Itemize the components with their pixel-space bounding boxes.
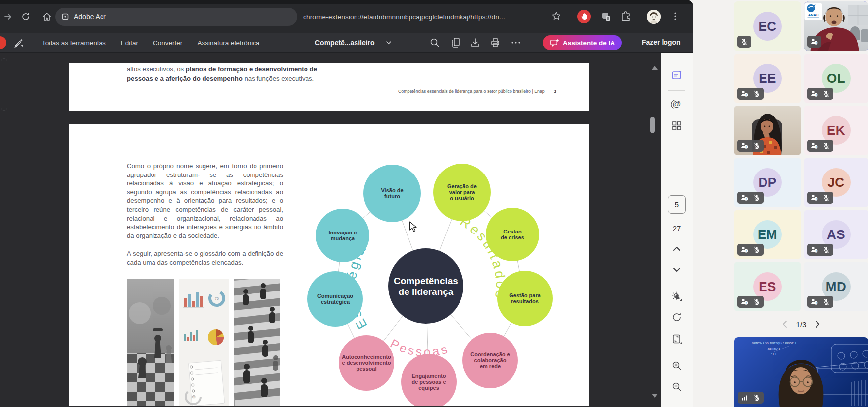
tile-participant-ee[interactable]: EE! — [734, 54, 801, 103]
rail-divider — [668, 90, 685, 91]
svg-text:!: ! — [816, 197, 817, 201]
page-thumbnails-icon[interactable] — [450, 37, 461, 49]
print-icon[interactable] — [489, 37, 501, 49]
search-icon[interactable] — [429, 37, 441, 49]
gallery-pagination: 1/3 — [734, 318, 868, 331]
acrobat-right-rail: @ 5 27 — [661, 53, 693, 407]
attendee-icon: ! — [741, 90, 748, 97]
tile-participant-es[interactable]: ES! — [734, 262, 801, 311]
current-page-number: 5 — [675, 200, 679, 209]
status-badges — [737, 36, 751, 48]
reload-icon[interactable] — [21, 12, 31, 22]
virtual-background-text: Escola Superior de GestãoPúblicaEP — [741, 340, 807, 357]
ai-assistant-panel-icon[interactable] — [671, 69, 683, 81]
tile-participant-jc[interactable]: JC! — [804, 158, 868, 207]
tile-participant-ol[interactable]: OL! — [804, 54, 868, 103]
scroll-up-arrow[interactable] — [652, 66, 658, 70]
tile-participant-dp[interactable]: DP! — [734, 158, 801, 207]
previous-gallery-icon[interactable] — [781, 320, 788, 328]
generative-summary-icon[interactable]: @ — [671, 98, 683, 110]
profile-avatar[interactable] — [647, 10, 661, 24]
menu-all-tools[interactable]: Todas as ferramentas — [42, 39, 106, 47]
next-gallery-icon[interactable] — [814, 320, 821, 328]
meeting-panel: EC ANAC !EE!OL! !EK!DP!JC!EM!AS!ES!MD! 1… — [693, 0, 868, 407]
signal-icon — [741, 394, 748, 401]
window-top-edge — [0, 0, 693, 4]
tile-participant-as[interactable]: AS! — [804, 210, 868, 259]
extension-icon[interactable] — [600, 11, 612, 23]
svg-text:!: ! — [746, 301, 747, 305]
attendee-icon: ! — [811, 298, 818, 305]
svg-text:Pessoas: Pessoas — [388, 336, 451, 359]
menu-convert[interactable]: Converter — [153, 39, 182, 47]
mic-off-icon — [823, 142, 830, 149]
zoom-out-icon[interactable] — [671, 381, 683, 393]
rail-divider — [668, 141, 685, 141]
tile-participant-ek[interactable]: EK! — [804, 106, 868, 155]
toolbar-separator — [641, 12, 641, 21]
participant-grid: EC ANAC !EE!OL! !EK!DP!JC!EM!AS!ES!MD! — [734, 1, 868, 311]
status-badges: ! — [737, 88, 764, 100]
rotate-refresh-icon[interactable] — [671, 311, 683, 323]
status-badges: ! — [807, 296, 833, 308]
address-bar[interactable]: Adobe Acr — [55, 8, 297, 26]
attendee-icon: ! — [741, 142, 748, 149]
previous-page-icon[interactable] — [671, 243, 683, 255]
download-icon[interactable] — [469, 37, 481, 49]
attendee-icon: ! — [741, 298, 748, 305]
attendee-icon: ! — [741, 194, 748, 201]
menu-esign[interactable]: Assinatura eletrônica — [197, 39, 259, 47]
svg-text:!: ! — [816, 301, 817, 305]
theme-toggle-icon[interactable] — [671, 291, 683, 302]
scroll-down-arrow[interactable] — [652, 394, 658, 398]
mic-off-icon — [753, 194, 760, 201]
browser-menu-icon[interactable] — [670, 11, 680, 21]
tile-participant-md[interactable]: MD! — [804, 262, 868, 311]
home-icon[interactable] — [42, 12, 51, 22]
url-text: chrome-extension://efaidnbmnnnibpcajpcgl… — [303, 13, 505, 21]
attendee-icon: ! — [811, 194, 818, 201]
photo-crosswalk — [234, 279, 280, 406]
photo-charts: 75 75 — [179, 279, 229, 406]
customize-tools-icon[interactable] — [13, 37, 25, 49]
scrollbar-thumb[interactable] — [650, 117, 655, 133]
status-badges: ! — [737, 296, 764, 308]
next-page-icon[interactable] — [671, 264, 683, 276]
svg-text:!: ! — [746, 249, 747, 253]
tile-participant-video[interactable]: ! — [734, 106, 801, 155]
ai-assistant-button[interactable]: Assistente de IA — [543, 35, 622, 50]
attendee-icon: ! — [811, 246, 818, 253]
mic-off-icon — [741, 38, 748, 45]
tile-participant-ec[interactable]: EC — [734, 1, 801, 51]
browser-toolbar: Adobe Acr chrome-extension://efaidnbmnnn… — [0, 0, 693, 33]
current-page-box[interactable]: 5 — [668, 195, 686, 214]
svg-text:!: ! — [816, 249, 817, 253]
chevron-down-icon — [386, 41, 392, 45]
more-options-icon[interactable] — [510, 37, 522, 49]
status-badges: ! — [737, 140, 764, 152]
ai-assistant-label: Assistente de IA — [563, 39, 615, 47]
tile-participant-em[interactable]: EM! — [734, 210, 801, 259]
tile-speaker-video[interactable]: ANAC ! — [804, 1, 868, 51]
mic-off-icon — [823, 90, 830, 97]
document-title-group[interactable]: Competê...asileiro — [315, 33, 392, 53]
photo-chess — [127, 279, 174, 406]
svg-text:de liderança: de liderança — [399, 287, 454, 297]
fit-page-icon[interactable] — [671, 333, 683, 345]
acrobat-logo — [0, 36, 6, 49]
participant-initials: EM — [758, 227, 777, 242]
zoom-in-icon[interactable] — [671, 360, 683, 372]
page3-footer: Competências essenciais de liderança par… — [398, 88, 556, 94]
menu-edit[interactable]: Editar — [121, 39, 138, 47]
extensions-puzzle-icon[interactable] — [620, 11, 632, 23]
sign-in-button[interactable]: Fazer logon — [642, 38, 681, 46]
participant-initials: EE — [759, 71, 776, 86]
forward-icon[interactable] — [3, 12, 13, 22]
bookmark-star-icon[interactable] — [551, 11, 562, 22]
adblock-extension-icon[interactable] — [577, 10, 591, 23]
collapsed-side-panel[interactable] — [1, 58, 7, 111]
self-video-tile[interactable]: Escola Superior de GestãoPúblicaEP — [734, 337, 868, 407]
svg-text:!: ! — [816, 93, 817, 97]
thumbnails-grid-icon[interactable] — [671, 120, 683, 132]
self-status-badges — [738, 392, 764, 404]
